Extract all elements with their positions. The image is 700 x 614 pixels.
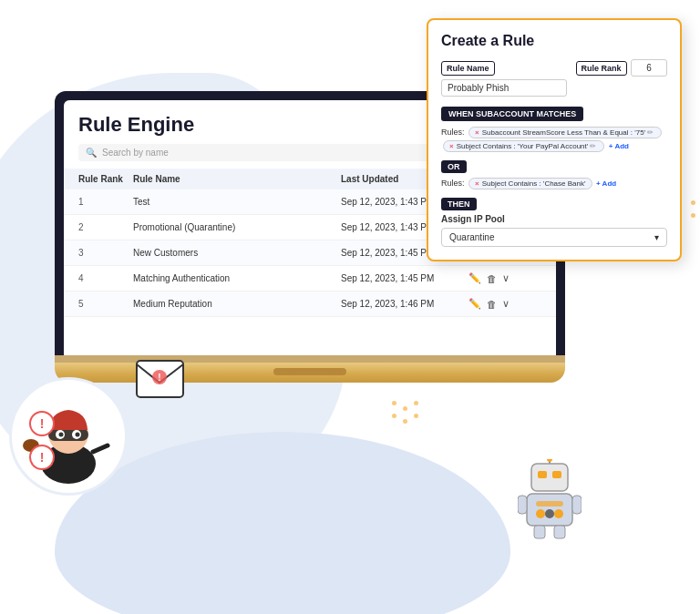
svg-rect-2	[48, 428, 88, 441]
search-placeholder: Search by name	[102, 148, 169, 158]
rank-2: 2	[78, 222, 133, 232]
updated-5: Sep 12, 2023, 1:46 PM	[341, 299, 468, 309]
rule-rank-label: Rule Rank	[576, 61, 627, 76]
envelope-svg: !	[135, 359, 185, 399]
svg-rect-24	[554, 526, 565, 538]
rule-tag-text-1: Subaccount StreamScore Less Than & Equal…	[482, 128, 645, 137]
edit-icon-5[interactable]: ✏️	[468, 298, 481, 310]
robot-figure	[518, 459, 582, 541]
then-badge: THEN	[441, 198, 477, 210]
name-1: Test	[133, 197, 341, 207]
actions-4: ✏️ 🗑 ∨	[468, 272, 541, 284]
rule-rank-input[interactable]	[631, 59, 667, 77]
rule-tag-1: × Subaccount StreamScore Less Than & Equ…	[468, 127, 662, 138]
svg-rect-23	[534, 526, 545, 538]
laptop-hinge	[55, 355, 565, 363]
svg-text:!: !	[158, 373, 160, 383]
rule-tag-3: × Subject Contains : 'Chase Bank'	[468, 178, 592, 189]
svg-point-6	[76, 433, 80, 437]
svg-rect-14	[538, 471, 547, 478]
svg-rect-13	[531, 464, 568, 491]
alert-bubble-2: !	[29, 445, 55, 470]
rule-name-group: Rule Name	[441, 58, 567, 97]
edit-icon-4[interactable]: ✏️	[468, 272, 481, 284]
svg-rect-26	[572, 496, 582, 514]
close-icon-1[interactable]: ×	[475, 128, 479, 137]
svg-point-22	[554, 509, 563, 518]
svg-point-20	[536, 509, 545, 518]
when-badge: WHEN SUBACCOUNT MATCHES	[441, 107, 583, 121]
rank-1: 1	[78, 197, 133, 207]
svg-point-17	[547, 459, 552, 462]
delete-icon-5[interactable]: 🗑	[487, 299, 497, 310]
mascot-circle	[9, 377, 128, 496]
or-badge: OR	[441, 160, 467, 173]
rank-4: 4	[78, 273, 133, 283]
laptop-base	[55, 363, 565, 383]
rules-section-1: Rules: × Subaccount StreamScore Less Tha…	[441, 126, 667, 153]
name-5: Medium Reputation	[133, 299, 341, 309]
alert-bubble-1: !	[29, 411, 55, 436]
robot-svg	[518, 459, 582, 541]
close-icon-2[interactable]: ×	[449, 142, 454, 150]
rule-tag-text-2: Subject Contains : 'Your PayPal Account'	[457, 142, 589, 150]
envelope-figure: !	[135, 359, 180, 395]
updated-4: Sep 12, 2023, 1:45 PM	[341, 273, 468, 283]
rule-rank-group: Rule Rank	[576, 58, 667, 97]
card-title: Create a Rule	[441, 33, 667, 49]
col-rank: Rule Rank	[78, 174, 133, 184]
add-rule-link-1[interactable]: + Add	[609, 142, 629, 150]
name-4: Matching Authentication	[133, 273, 341, 283]
create-rule-card: Create a Rule Rule Name Rule Rank WHEN S…	[427, 18, 682, 261]
chevron-down-icon-5[interactable]: ∨	[502, 298, 510, 310]
svg-point-21	[545, 509, 554, 518]
page-title: Rule Engine	[78, 113, 194, 137]
table-row: 4 Matching Authentication Sep 12, 2023, …	[64, 266, 556, 292]
rule-name-input[interactable]	[441, 79, 567, 97]
svg-rect-19	[536, 501, 563, 507]
svg-line-8	[93, 445, 108, 452]
search-icon: 🔍	[86, 148, 97, 158]
rules-label-2: Rules:	[441, 179, 465, 188]
close-icon-3[interactable]: ×	[475, 179, 479, 188]
rules-label-1: Rules:	[441, 128, 465, 137]
dropdown-value: Quarantine	[449, 232, 494, 242]
actions-5: ✏️ 🗑 ∨	[468, 298, 541, 310]
rule-tag-2: × Subject Contains : 'Your PayPal Accoun…	[443, 140, 604, 152]
rules-section-2: Rules: × Subject Contains : 'Chase Bank'…	[441, 177, 667, 190]
chevron-down-icon: ▾	[654, 232, 659, 242]
name-3: New Customers	[133, 248, 341, 258]
svg-rect-15	[552, 471, 561, 478]
ip-pool-dropdown[interactable]: Quarantine ▾	[441, 228, 667, 247]
svg-point-5	[59, 433, 64, 437]
delete-icon-4[interactable]: 🗑	[487, 273, 497, 284]
edit-rule-1[interactable]: ✏	[647, 128, 654, 137]
chevron-down-icon-4[interactable]: ∨	[502, 272, 510, 284]
col-name: Rule Name	[133, 174, 341, 184]
rule-name-rank-row: Rule Name Rule Rank	[441, 58, 667, 97]
rank-3: 3	[78, 248, 133, 258]
name-2: Promotional (Quarantine)	[133, 222, 341, 232]
rank-5: 5	[78, 299, 133, 309]
assign-label: Assign IP Pool	[441, 214, 667, 224]
svg-rect-25	[518, 496, 527, 514]
add-rule-link-2[interactable]: + Add	[596, 179, 616, 188]
table-row: 5 Medium Reputation Sep 12, 2023, 1:46 P…	[64, 292, 556, 317]
rule-tag-text-3: Subject Contains : 'Chase Bank'	[482, 179, 586, 188]
mascot-svg	[18, 386, 118, 486]
rule-name-label: Rule Name	[441, 61, 495, 76]
edit-rule-2[interactable]: ✏	[590, 142, 596, 150]
